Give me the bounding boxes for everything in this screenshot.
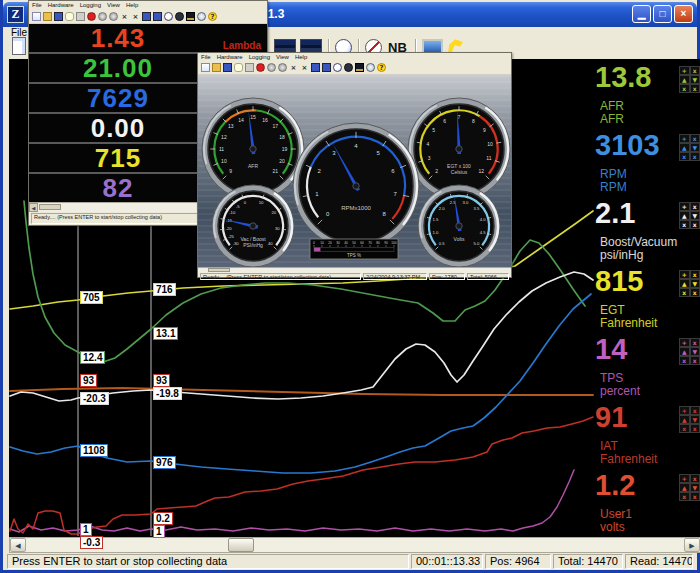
save-settings-icon[interactable] xyxy=(153,12,162,21)
trace-option-button[interactable]: + xyxy=(679,202,690,211)
trace-option-button[interactable]: x xyxy=(679,220,690,229)
trace-option-button[interactable]: x xyxy=(679,492,690,501)
menu-item-view[interactable]: View xyxy=(107,2,120,8)
trace-option-button[interactable]: + xyxy=(679,134,690,143)
trace-option-button[interactable]: ▼ xyxy=(690,483,700,492)
lcd-display-icon[interactable] xyxy=(186,12,195,21)
cursor-value-flag[interactable]: 716 xyxy=(153,283,176,296)
comment-icon[interactable] xyxy=(234,63,243,72)
trace-options-grid[interactable]: +x▲▼xx xyxy=(679,202,700,227)
save-settings-icon[interactable] xyxy=(322,63,331,72)
new-file-icon[interactable] xyxy=(32,12,41,21)
trace-option-button[interactable]: x xyxy=(690,152,700,161)
cursor-value-flag[interactable]: 13.1 xyxy=(153,327,178,340)
gauge-icon[interactable] xyxy=(175,12,184,21)
trace-options-grid[interactable]: +x▲▼xx xyxy=(679,270,700,295)
new-file-icon[interactable] xyxy=(201,63,210,72)
trace-options-grid[interactable]: +x▲▼xx xyxy=(679,474,700,499)
cursor-value-flag[interactable]: 1 xyxy=(153,525,165,538)
gauge-window[interactable]: FileHardwareLoggingViewHelp ××? 91011121… xyxy=(197,52,512,278)
zoom-icon[interactable] xyxy=(366,63,375,72)
trace-option-button[interactable]: + xyxy=(679,270,690,279)
pause-icon[interactable] xyxy=(267,63,276,72)
trace-option-button[interactable]: x xyxy=(690,220,700,229)
clock-icon[interactable] xyxy=(333,63,342,72)
trace-option-button[interactable]: ▼ xyxy=(690,211,700,220)
stop-icon[interactable] xyxy=(109,12,118,21)
scrollbar-thumb[interactable] xyxy=(208,268,230,272)
trace-option-button[interactable]: ▼ xyxy=(690,75,700,84)
trace-option-button[interactable]: ▼ xyxy=(690,279,700,288)
trace-option-button[interactable]: x xyxy=(690,338,700,347)
scrollbar-thumb[interactable] xyxy=(228,538,254,552)
cursor-value-flag[interactable]: -20.3 xyxy=(80,392,109,405)
trace-option-button[interactable]: x xyxy=(690,66,700,75)
record-icon[interactable] xyxy=(87,12,96,21)
trace-option-button[interactable]: ▲ xyxy=(679,75,690,84)
trace-option-button[interactable]: x xyxy=(690,270,700,279)
trace-option-button[interactable]: x xyxy=(690,406,700,415)
disconnect-icon[interactable]: × xyxy=(120,12,129,21)
save-icon[interactable] xyxy=(223,63,232,72)
cursor-value-flag[interactable]: 93 xyxy=(153,374,170,387)
trace-option-button[interactable]: + xyxy=(679,66,690,75)
help-icon[interactable]: ? xyxy=(208,12,217,21)
trace-options-grid[interactable]: +x▲▼xx xyxy=(679,406,700,431)
trace-option-button[interactable]: + xyxy=(679,338,690,347)
trace-option-button[interactable]: x xyxy=(690,202,700,211)
trace-option-button[interactable]: ▼ xyxy=(690,347,700,356)
trace-options-grid[interactable]: +x▲▼xx xyxy=(679,338,700,363)
clock-icon[interactable] xyxy=(164,12,173,21)
open-folder-icon[interactable] xyxy=(212,63,221,72)
menu-item-file[interactable]: File xyxy=(201,54,211,60)
cursor-value-flag[interactable]: 0.2 xyxy=(153,512,173,525)
menu-item-file[interactable]: File xyxy=(32,2,42,8)
menu-item-help[interactable]: Help xyxy=(126,2,138,8)
scrollbar-thumb[interactable] xyxy=(39,204,61,210)
trace-option-button[interactable]: x xyxy=(690,134,700,143)
trace-option-button[interactable]: x xyxy=(690,492,700,501)
trace-option-button[interactable]: x xyxy=(679,152,690,161)
comment-icon[interactable] xyxy=(65,12,74,21)
trace-option-button[interactable]: x xyxy=(690,288,700,297)
trace-option-button[interactable]: + xyxy=(679,406,690,415)
save-data-icon[interactable] xyxy=(311,63,320,72)
trace-options-grid[interactable]: +x▲▼xx xyxy=(679,134,700,159)
reset-icon[interactable]: × xyxy=(131,12,140,21)
trace-option-button[interactable]: x xyxy=(690,474,700,483)
cursor-value-flag[interactable]: -0.3 xyxy=(80,536,103,549)
maximize-button[interactable]: □ xyxy=(653,5,672,23)
trace-option-button[interactable]: ▲ xyxy=(679,279,690,288)
trace-option-button[interactable]: ▲ xyxy=(679,143,690,152)
scroll-left-arrow[interactable]: ◀ xyxy=(29,203,38,212)
record-icon[interactable] xyxy=(256,63,265,72)
open-folder-icon[interactable] xyxy=(43,12,52,21)
trace-option-button[interactable]: ▲ xyxy=(679,211,690,220)
print-icon[interactable] xyxy=(76,12,85,21)
cursor-value-flag[interactable]: 705 xyxy=(80,291,103,304)
menu-item-logging[interactable]: Logging xyxy=(249,54,270,60)
trace-option-button[interactable]: ▼ xyxy=(690,415,700,424)
scroll-right-arrow[interactable]: ▶ xyxy=(684,538,700,552)
help-icon[interactable]: ? xyxy=(377,63,386,72)
horizontal-scrollbar[interactable]: ◀ ▶ xyxy=(9,537,700,553)
trace-option-button[interactable]: ▲ xyxy=(679,483,690,492)
print-icon[interactable] xyxy=(245,63,254,72)
trace-option-button[interactable]: x xyxy=(679,84,690,93)
save-data-icon[interactable] xyxy=(142,12,151,21)
trace-option-button[interactable]: x xyxy=(690,84,700,93)
lcd-display-icon[interactable] xyxy=(355,63,364,72)
menu-item-help[interactable]: Help xyxy=(295,54,307,60)
menu-item-hardware[interactable]: Hardware xyxy=(217,54,243,60)
cursor-value-flag[interactable]: 93 xyxy=(80,374,97,387)
cursor-value-flag[interactable]: 1 xyxy=(80,523,92,536)
cursor-value-flag[interactable]: 976 xyxy=(153,456,176,469)
trace-option-button[interactable]: x xyxy=(690,424,700,433)
reset-icon[interactable]: × xyxy=(300,63,309,72)
cursor-value-flag[interactable]: 1108 xyxy=(80,444,108,457)
save-icon[interactable] xyxy=(54,12,63,21)
trace-option-button[interactable]: + xyxy=(679,474,690,483)
cursor-value-flag[interactable]: -19.8 xyxy=(153,387,182,400)
menu-item-hardware[interactable]: Hardware xyxy=(48,2,74,8)
trace-option-button[interactable]: x xyxy=(679,356,690,365)
